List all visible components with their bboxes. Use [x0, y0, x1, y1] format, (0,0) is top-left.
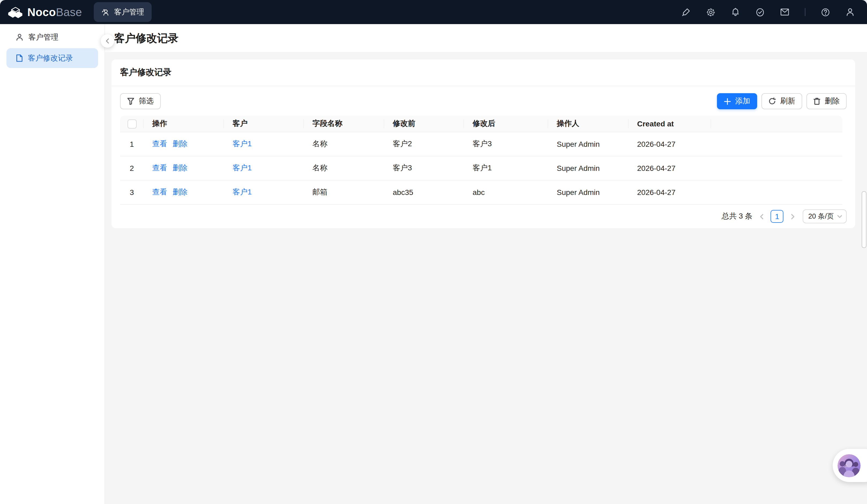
content-area: 客户修改记录 筛选 [105, 59, 867, 228]
logo-text: NocoBase [27, 6, 82, 19]
card-title: 客户修改记录 [120, 67, 171, 78]
before-cell: 客户2 [384, 132, 464, 156]
table-toolbar: 筛选 添加 [120, 93, 847, 109]
pagination-page-1[interactable]: 1 [771, 210, 784, 223]
column-header-operator: 操作人 [548, 116, 629, 132]
customer-link[interactable]: 客户1 [233, 163, 252, 172]
pagination-prev-icon[interactable] [757, 210, 767, 223]
delete-link[interactable]: 删除 [173, 139, 188, 149]
support-avatar [837, 454, 860, 477]
sidebar-item-customer-change-log[interactable]: 客户修改记录 [7, 48, 98, 68]
customer-link[interactable]: 客户1 [233, 139, 252, 148]
page-size-select[interactable]: 20 条/页 [803, 209, 847, 223]
after-cell: 客户3 [464, 132, 548, 156]
filter-button[interactable]: 筛选 [120, 93, 161, 109]
column-header-after: 修改后 [464, 116, 548, 132]
table-row[interactable]: 1 查看删除 客户1 名称 客户2 客户3 Super Admin 2026-0… [120, 132, 842, 156]
support-chat-widget[interactable] [833, 449, 867, 482]
user-group-icon [101, 8, 110, 17]
select-all-checkbox[interactable] [127, 119, 136, 129]
column-header-filler [711, 116, 842, 132]
sidebar-collapse-button[interactable] [101, 34, 114, 48]
help-icon[interactable] [821, 8, 830, 17]
field-name-cell: 名称 [304, 156, 384, 180]
add-button[interactable]: 添加 [717, 93, 757, 109]
operator-cell: Super Admin [548, 156, 629, 180]
highlighter-icon[interactable] [682, 8, 691, 17]
column-header-created-at: Created at [629, 116, 711, 132]
customer-link[interactable]: 客户1 [233, 187, 252, 196]
nocobase-app: NocoBase 客户管理 [0, 0, 867, 504]
operator-cell: Super Admin [548, 132, 629, 156]
pagination-bar: 总共 3 条 1 20 条/页 [120, 205, 847, 228]
sidebar-item-customer-management[interactable]: 客户管理 [7, 27, 98, 47]
plus-icon [724, 98, 731, 105]
before-cell: abc35 [384, 180, 464, 204]
chevron-down-icon [837, 215, 842, 218]
scrollbar-thumb[interactable] [861, 191, 866, 248]
column-header-before: 修改前 [384, 116, 464, 132]
trash-icon [813, 98, 820, 105]
row-index: 1 [120, 132, 143, 156]
pagination-total: 总共 3 条 [721, 211, 752, 221]
refresh-button[interactable]: 刷新 [761, 93, 802, 109]
delete-link[interactable]: 删除 [173, 187, 188, 197]
check-circle-icon[interactable] [756, 8, 765, 17]
settings-gear-icon[interactable] [706, 8, 715, 17]
view-link[interactable]: 查看 [152, 187, 167, 197]
header-divider [805, 8, 805, 16]
refresh-icon [768, 98, 776, 105]
after-cell: 客户1 [464, 156, 548, 180]
sidebar: 客户管理 客户修改记录 [0, 24, 105, 504]
row-index: 3 [120, 180, 143, 204]
main-area: 客户修改记录 客户修改记录 筛选 [105, 24, 867, 504]
filter-funnel-icon [127, 98, 135, 105]
column-header-field: 字段名称 [304, 116, 384, 132]
field-name-cell: 邮箱 [304, 180, 384, 204]
row-index: 2 [120, 156, 143, 180]
delete-button[interactable]: 删除 [806, 93, 847, 109]
app-header: NocoBase 客户管理 [0, 0, 867, 24]
nocobase-logo[interactable]: NocoBase [0, 5, 82, 19]
field-name-cell: 名称 [304, 132, 384, 156]
created-at-cell: 2026-04-27 [629, 132, 711, 156]
operator-cell: Super Admin [548, 180, 629, 204]
page-header: 客户修改记录 [105, 24, 867, 52]
change-log-table: 操作 客户 字段名称 修改前 修改后 操作人 Created at [120, 116, 842, 205]
sidebar-item-label: 客户管理 [29, 32, 58, 42]
column-header-actions: 操作 [143, 116, 224, 132]
delete-link[interactable]: 删除 [173, 163, 188, 173]
nocobase-logo-icon [7, 5, 24, 19]
table-header-row: 操作 客户 字段名称 修改前 修改后 操作人 Created at [120, 116, 842, 132]
after-cell: abc [464, 180, 548, 204]
mail-icon[interactable] [780, 8, 789, 17]
notification-bell-icon[interactable] [731, 8, 740, 17]
before-cell: 客户3 [384, 156, 464, 180]
pagination-next-icon[interactable] [788, 210, 798, 223]
table-row[interactable]: 2 查看删除 客户1 名称 客户3 客户1 Super Admin 2026-0… [120, 156, 842, 180]
table-row[interactable]: 3 查看删除 客户1 邮箱 abc35 abc Super Admin 2026… [120, 180, 842, 204]
file-icon [15, 54, 23, 62]
view-link[interactable]: 查看 [152, 139, 167, 149]
profile-user-icon[interactable] [846, 8, 855, 17]
user-icon [15, 33, 24, 41]
page-title: 客户修改记录 [114, 31, 179, 45]
sidebar-item-label: 客户修改记录 [28, 53, 73, 63]
header-icon-bar [682, 8, 867, 17]
change-log-card: 客户修改记录 筛选 [111, 59, 855, 228]
created-at-cell: 2026-04-27 [629, 180, 711, 204]
created-at-cell: 2026-04-27 [629, 156, 711, 180]
header-tab-customer-management[interactable]: 客户管理 [94, 2, 152, 22]
column-header-customer: 客户 [224, 116, 304, 132]
view-link[interactable]: 查看 [152, 163, 167, 173]
header-tab-label: 客户管理 [114, 7, 144, 17]
